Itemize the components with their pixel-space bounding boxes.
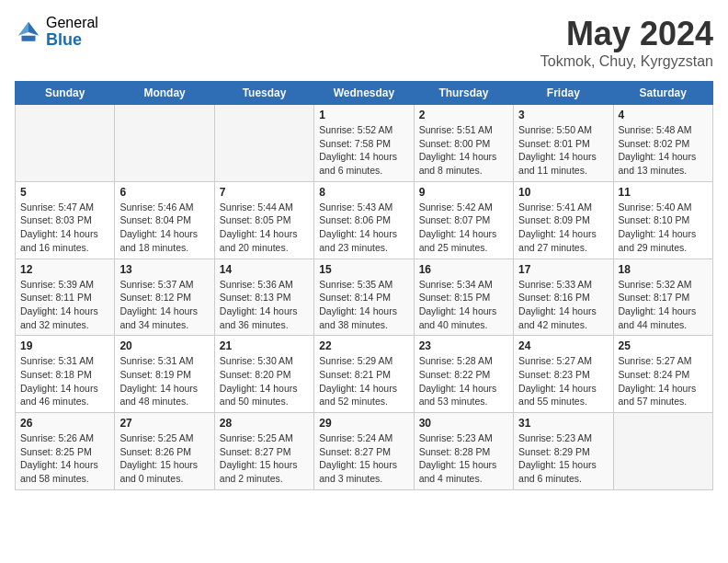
calendar-cell: 7Sunrise: 5:44 AM Sunset: 8:05 PM Daylig… [214, 181, 313, 259]
day-info: Sunrise: 5:36 AM Sunset: 8:13 PM Dayligh… [220, 278, 309, 332]
logo-blue: Blue [46, 31, 98, 50]
day-info: Sunrise: 5:48 AM Sunset: 8:02 PM Dayligh… [619, 123, 708, 178]
day-info: Sunrise: 5:51 AM Sunset: 8:00 PM Dayligh… [419, 123, 508, 178]
day-number: 30 [419, 417, 508, 430]
day-info: Sunrise: 5:44 AM Sunset: 8:05 PM Dayligh… [220, 201, 309, 255]
weekday-header-row: SundayMondayTuesdayWednesdayThursdayFrid… [16, 82, 713, 105]
month-title: May 2024 [540, 15, 713, 53]
calendar-cell: 1Sunrise: 5:52 AM Sunset: 7:58 PM Daylig… [314, 105, 414, 182]
day-number: 6 [119, 186, 209, 199]
calendar-cell: 26Sunrise: 5:26 AM Sunset: 8:25 PM Dayli… [16, 413, 115, 490]
day-number: 19 [20, 339, 109, 352]
weekday-header-cell: Sunday [16, 82, 115, 105]
day-info: Sunrise: 5:29 AM Sunset: 8:21 PM Dayligh… [319, 354, 408, 408]
day-number: 17 [518, 263, 608, 276]
calendar-cell: 30Sunrise: 5:23 AM Sunset: 8:28 PM Dayli… [414, 413, 513, 490]
calendar-cell: 9Sunrise: 5:42 AM Sunset: 8:07 PM Daylig… [414, 181, 513, 259]
day-info: Sunrise: 5:43 AM Sunset: 8:06 PM Dayligh… [319, 201, 408, 255]
day-number: 1 [319, 109, 408, 121]
weekday-header-cell: Saturday [613, 82, 712, 105]
calendar-cell: 4Sunrise: 5:48 AM Sunset: 8:02 PM Daylig… [613, 105, 712, 182]
calendar-cell: 2Sunrise: 5:51 AM Sunset: 8:00 PM Daylig… [414, 105, 513, 182]
day-info: Sunrise: 5:31 AM Sunset: 8:18 PM Dayligh… [20, 354, 109, 408]
weekday-header-cell: Monday [115, 82, 214, 105]
location-title: Tokmok, Chuy, Kyrgyzstan [540, 53, 713, 70]
calendar-cell: 3Sunrise: 5:50 AM Sunset: 8:01 PM Daylig… [514, 105, 613, 182]
calendar-cell: 15Sunrise: 5:35 AM Sunset: 8:14 PM Dayli… [314, 259, 414, 336]
day-info: Sunrise: 5:28 AM Sunset: 8:22 PM Dayligh… [419, 354, 508, 408]
day-info: Sunrise: 5:39 AM Sunset: 8:11 PM Dayligh… [20, 278, 109, 332]
day-info: Sunrise: 5:32 AM Sunset: 8:17 PM Dayligh… [619, 278, 708, 332]
weekday-header-cell: Friday [514, 82, 613, 105]
logo-general: General [46, 15, 98, 31]
calendar-cell: 18Sunrise: 5:32 AM Sunset: 8:17 PM Dayli… [613, 259, 712, 336]
day-number: 27 [119, 417, 209, 430]
calendar-cell: 8Sunrise: 5:43 AM Sunset: 8:06 PM Daylig… [314, 181, 414, 259]
day-number: 12 [20, 263, 109, 276]
day-info: Sunrise: 5:37 AM Sunset: 8:12 PM Dayligh… [119, 278, 209, 332]
day-info: Sunrise: 5:41 AM Sunset: 8:09 PM Dayligh… [518, 201, 608, 255]
calendar-cell: 5Sunrise: 5:47 AM Sunset: 8:03 PM Daylig… [16, 181, 115, 259]
day-number: 16 [419, 263, 508, 276]
day-number: 24 [518, 339, 608, 352]
calendar-cell: 31Sunrise: 5:23 AM Sunset: 8:29 PM Dayli… [514, 413, 613, 490]
day-info: Sunrise: 5:23 AM Sunset: 8:28 PM Dayligh… [419, 431, 508, 486]
calendar-body: 1Sunrise: 5:52 AM Sunset: 7:58 PM Daylig… [16, 105, 713, 490]
svg-marker-0 [28, 21, 39, 35]
calendar-cell [16, 105, 115, 182]
calendar-cell: 17Sunrise: 5:33 AM Sunset: 8:16 PM Dayli… [514, 259, 613, 336]
day-number: 3 [518, 109, 608, 121]
calendar-cell: 20Sunrise: 5:31 AM Sunset: 8:19 PM Dayli… [115, 336, 214, 413]
calendar-cell [214, 105, 313, 182]
calendar-cell: 22Sunrise: 5:29 AM Sunset: 8:21 PM Dayli… [314, 336, 414, 413]
calendar-cell: 27Sunrise: 5:25 AM Sunset: 8:26 PM Dayli… [115, 413, 214, 490]
calendar-cell: 23Sunrise: 5:28 AM Sunset: 8:22 PM Dayli… [414, 336, 513, 413]
calendar-cell: 25Sunrise: 5:27 AM Sunset: 8:24 PM Dayli… [613, 336, 712, 413]
calendar-cell: 13Sunrise: 5:37 AM Sunset: 8:12 PM Dayli… [115, 259, 214, 336]
calendar-cell [115, 105, 214, 182]
day-info: Sunrise: 5:31 AM Sunset: 8:19 PM Dayligh… [119, 354, 209, 408]
day-info: Sunrise: 5:30 AM Sunset: 8:20 PM Dayligh… [220, 354, 309, 408]
day-info: Sunrise: 5:26 AM Sunset: 8:25 PM Dayligh… [20, 431, 109, 486]
day-number: 25 [619, 339, 708, 352]
day-info: Sunrise: 5:47 AM Sunset: 8:03 PM Dayligh… [20, 201, 109, 255]
page-header: General Blue May 2024 Tokmok, Chuy, Kyrg… [15, 15, 713, 70]
day-number: 2 [419, 109, 508, 121]
day-info: Sunrise: 5:35 AM Sunset: 8:14 PM Dayligh… [319, 278, 408, 332]
day-number: 11 [619, 186, 708, 199]
weekday-header-cell: Wednesday [314, 82, 414, 105]
day-number: 18 [619, 263, 708, 276]
day-info: Sunrise: 5:25 AM Sunset: 8:26 PM Dayligh… [119, 431, 209, 486]
weekday-header-cell: Tuesday [214, 82, 313, 105]
day-info: Sunrise: 5:50 AM Sunset: 8:01 PM Dayligh… [518, 123, 608, 178]
day-number: 20 [119, 339, 209, 352]
logo-text: General Blue [46, 15, 98, 49]
day-number: 29 [319, 417, 408, 430]
day-number: 13 [119, 263, 209, 276]
day-number: 22 [319, 339, 408, 352]
day-number: 31 [518, 417, 608, 430]
calendar-cell: 24Sunrise: 5:27 AM Sunset: 8:23 PM Dayli… [514, 336, 613, 413]
day-number: 21 [220, 339, 309, 352]
day-info: Sunrise: 5:27 AM Sunset: 8:23 PM Dayligh… [518, 354, 608, 408]
day-number: 10 [518, 186, 608, 199]
day-info: Sunrise: 5:42 AM Sunset: 8:07 PM Dayligh… [419, 201, 508, 255]
calendar-week-row: 1Sunrise: 5:52 AM Sunset: 7:58 PM Daylig… [16, 105, 713, 182]
day-info: Sunrise: 5:23 AM Sunset: 8:29 PM Dayligh… [518, 431, 608, 486]
day-info: Sunrise: 5:24 AM Sunset: 8:27 PM Dayligh… [319, 431, 408, 486]
calendar-cell: 28Sunrise: 5:25 AM Sunset: 8:27 PM Dayli… [214, 413, 313, 490]
day-number: 14 [220, 263, 309, 276]
calendar-cell: 14Sunrise: 5:36 AM Sunset: 8:13 PM Dayli… [214, 259, 313, 336]
svg-marker-1 [18, 21, 28, 35]
day-info: Sunrise: 5:46 AM Sunset: 8:04 PM Dayligh… [119, 201, 209, 255]
calendar-cell: 16Sunrise: 5:34 AM Sunset: 8:15 PM Dayli… [414, 259, 513, 336]
calendar-cell: 6Sunrise: 5:46 AM Sunset: 8:04 PM Daylig… [115, 181, 214, 259]
day-number: 7 [220, 186, 309, 199]
calendar-week-row: 5Sunrise: 5:47 AM Sunset: 8:03 PM Daylig… [16, 181, 713, 259]
day-number: 5 [20, 186, 109, 199]
day-info: Sunrise: 5:33 AM Sunset: 8:16 PM Dayligh… [518, 278, 608, 332]
calendar-cell: 19Sunrise: 5:31 AM Sunset: 8:18 PM Dayli… [16, 336, 115, 413]
svg-rect-2 [22, 35, 36, 40]
calendar-cell: 21Sunrise: 5:30 AM Sunset: 8:20 PM Dayli… [214, 336, 313, 413]
day-number: 28 [220, 417, 309, 430]
